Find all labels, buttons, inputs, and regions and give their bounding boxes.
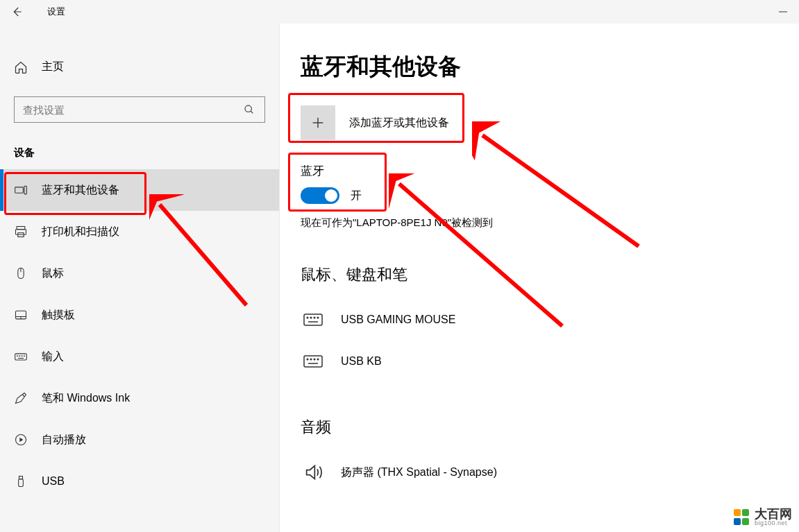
svg-point-34 bbox=[317, 359, 319, 360]
search-box[interactable] bbox=[14, 96, 265, 123]
sidebar-home[interactable]: 主页 bbox=[0, 51, 279, 83]
device-name: USB GAMING MOUSE bbox=[341, 314, 455, 326]
sidebar-item-touchpad[interactable]: 触摸板 bbox=[0, 294, 279, 336]
device-item[interactable]: USB KB bbox=[301, 341, 799, 382]
sidebar-item-label: USB bbox=[42, 475, 65, 488]
svg-rect-24 bbox=[304, 314, 322, 325]
usb-icon bbox=[14, 474, 28, 488]
svg-point-33 bbox=[314, 359, 315, 360]
svg-rect-5 bbox=[17, 227, 25, 230]
main-content: 蓝牙和其他设备 添加蓝牙或其他设备 蓝牙 开 现在可作为"LAPTOP-8PE1… bbox=[280, 24, 799, 532]
discoverable-text: 现在可作为"LAPTOP-8PE1J N0"被检测到 bbox=[301, 216, 799, 230]
minimize-icon bbox=[779, 8, 787, 16]
svg-point-31 bbox=[307, 359, 308, 360]
svg-point-1 bbox=[245, 105, 251, 112]
titlebar: 设置 bbox=[0, 0, 799, 24]
bluetooth-toggle[interactable] bbox=[301, 187, 339, 204]
category-audio: 音频 bbox=[301, 417, 799, 438]
watermark-logo-icon bbox=[734, 509, 750, 526]
sidebar-item-typing[interactable]: 输入 bbox=[0, 336, 279, 377]
watermark-name: 大百网 bbox=[755, 508, 792, 520]
sidebar-item-label: 自动播放 bbox=[42, 433, 86, 447]
page-heading: 蓝牙和其他设备 bbox=[301, 51, 799, 83]
pen-icon bbox=[14, 391, 28, 405]
sidebar-item-label: 蓝牙和其他设备 bbox=[42, 183, 119, 198]
sidebar-item-mouse[interactable]: 鼠标 bbox=[0, 252, 279, 294]
svg-rect-3 bbox=[15, 187, 24, 193]
toggle-state-label: 开 bbox=[351, 189, 362, 203]
svg-rect-13 bbox=[15, 354, 27, 360]
watermark-url: big100.net bbox=[755, 520, 792, 526]
add-device-label: 添加蓝牙或其他设备 bbox=[349, 116, 449, 130]
watermark: 大百网 big100.net bbox=[734, 508, 792, 526]
svg-point-28 bbox=[317, 317, 319, 318]
svg-rect-21 bbox=[19, 479, 24, 487]
device-name: 扬声器 (THX Spatial - Synapse) bbox=[341, 465, 497, 480]
sidebar-item-autoplay[interactable]: 自动播放 bbox=[0, 419, 279, 461]
sidebar-item-printers[interactable]: 打印机和扫描仪 bbox=[0, 211, 279, 252]
sidebar-item-label: 打印机和扫描仪 bbox=[42, 225, 119, 239]
search-icon bbox=[242, 103, 256, 117]
svg-rect-20 bbox=[19, 477, 23, 479]
search-input[interactable] bbox=[23, 104, 242, 116]
sidebar-item-pen[interactable]: 笔和 Windows Ink bbox=[0, 377, 279, 419]
sidebar-item-label: 输入 bbox=[42, 350, 64, 364]
keyboard-icon bbox=[301, 307, 326, 332]
device-item[interactable]: 扬声器 (THX Spatial - Synapse) bbox=[301, 452, 799, 493]
sidebar: 主页 设备 蓝牙和其他设备 打印机和扫描仪 鼠标 bbox=[0, 24, 280, 532]
svg-point-16 bbox=[22, 356, 22, 357]
devices-icon bbox=[14, 183, 28, 197]
speaker-icon bbox=[301, 460, 326, 485]
arrow-left-icon bbox=[10, 6, 23, 18]
printer-icon bbox=[14, 225, 28, 239]
sidebar-item-label: 笔和 Windows Ink bbox=[42, 391, 130, 406]
sidebar-section-title: 设备 bbox=[0, 137, 279, 169]
svg-point-17 bbox=[24, 356, 25, 357]
svg-point-14 bbox=[17, 356, 18, 357]
category-input-devices: 鼠标、键盘和笔 bbox=[301, 264, 799, 285]
back-button[interactable] bbox=[0, 0, 33, 24]
window-title: 设置 bbox=[33, 6, 65, 18]
keyboard-icon bbox=[14, 350, 28, 363]
add-device-button[interactable]: 添加蓝牙或其他设备 bbox=[301, 103, 799, 142]
svg-rect-6 bbox=[16, 230, 26, 235]
autoplay-icon bbox=[14, 433, 28, 447]
bluetooth-label: 蓝牙 bbox=[301, 163, 799, 179]
sidebar-home-label: 主页 bbox=[42, 60, 64, 74]
plus-icon bbox=[301, 105, 335, 140]
sidebar-item-usb[interactable]: USB bbox=[0, 461, 279, 502]
touchpad-icon bbox=[14, 308, 28, 322]
sidebar-item-label: 触摸板 bbox=[42, 308, 75, 323]
keyboard-icon bbox=[301, 349, 326, 374]
minimize-button[interactable] bbox=[767, 0, 799, 24]
sidebar-item-bluetooth[interactable]: 蓝牙和其他设备 bbox=[0, 169, 279, 211]
device-name: USB KB bbox=[341, 355, 382, 368]
svg-point-25 bbox=[307, 317, 308, 318]
svg-rect-30 bbox=[304, 356, 322, 367]
sidebar-item-label: 鼠标 bbox=[42, 266, 64, 281]
svg-point-32 bbox=[310, 359, 312, 360]
home-icon bbox=[14, 60, 28, 74]
mouse-icon bbox=[14, 266, 28, 280]
svg-point-26 bbox=[310, 317, 312, 318]
svg-rect-4 bbox=[24, 186, 26, 194]
device-item[interactable]: USB GAMING MOUSE bbox=[301, 299, 799, 341]
svg-point-15 bbox=[19, 356, 20, 357]
svg-line-2 bbox=[251, 111, 253, 113]
svg-point-27 bbox=[314, 317, 315, 318]
